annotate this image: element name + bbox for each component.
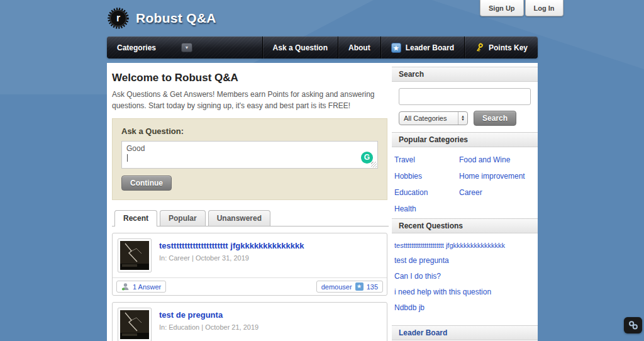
recent-questions-list: testtttttttttttttttttttt jfgkkkkkkkkkkkk… xyxy=(392,233,538,325)
category-link-travel[interactable]: Travel xyxy=(394,155,459,164)
category-link-health[interactable]: Health xyxy=(394,204,459,213)
user-chip[interactable]: demouser ★ 135 xyxy=(316,281,383,293)
welcome-text: Ask Questions & Get Answers! Members ear… xyxy=(112,89,387,111)
user-name: demouser xyxy=(321,283,352,291)
chevron-down-icon: ▼ xyxy=(185,45,189,50)
continue-button[interactable]: Continue xyxy=(121,176,172,191)
category-link-home-improvement[interactable]: Home improvement xyxy=(459,172,538,181)
nav-item-about[interactable]: About xyxy=(338,36,380,59)
star-badge-icon: ★ xyxy=(355,282,364,291)
select-arrows-icon: ▲▼ xyxy=(458,112,467,125)
textarea-resize-handle[interactable] xyxy=(371,162,377,167)
nav-item-leader-board[interactable]: ★ Leader Board xyxy=(380,36,464,59)
lightning-photo-icon xyxy=(120,310,149,339)
background-deco xyxy=(290,0,644,69)
question-input[interactable]: Good xyxy=(122,142,377,165)
content-panel: Welcome to Robust Q&A Ask Questions & Ge… xyxy=(107,63,538,341)
tab-recent[interactable]: Recent xyxy=(114,210,157,226)
question-card: test de pregunta In: Education | October… xyxy=(112,302,387,341)
popular-categories-list: Travel Food and Wine Hobbies Home improv… xyxy=(392,147,538,218)
nav-item-ask-question[interactable]: Ask a Question xyxy=(262,36,338,59)
site-header: r Robust Q&A xyxy=(107,0,216,36)
star-icon: ★ xyxy=(391,43,401,53)
site-title: Robust Q&A xyxy=(136,11,216,26)
category-link-food-and-wine[interactable]: Food and Wine xyxy=(459,155,538,164)
answers-chip[interactable]: 1 Answer xyxy=(116,281,166,293)
welcome-title: Welcome to Robust Q&A xyxy=(112,72,389,84)
question-card: testtttttttttttttttttttt jfgkkkkkkkkkkkk… xyxy=(112,233,387,296)
recent-question-link[interactable]: Can I do this? xyxy=(394,272,538,281)
nav-item-points-key[interactable]: Points Key xyxy=(464,36,538,59)
sign-up-button[interactable]: Sign Up xyxy=(480,0,524,16)
tab-popular[interactable]: Popular xyxy=(160,210,206,226)
recent-question-link[interactable]: Ndbdb jb xyxy=(394,303,538,312)
recent-question-link[interactable]: test de pregunta xyxy=(394,256,538,265)
category-link-education[interactable]: Education xyxy=(394,188,459,197)
ask-question-label: Ask a Question: xyxy=(121,126,378,136)
user-points: 135 xyxy=(367,283,378,291)
key-icon xyxy=(475,43,484,53)
link-button[interactable] xyxy=(624,317,642,333)
log-in-button[interactable]: Log In xyxy=(525,0,564,16)
chain-link-icon xyxy=(628,320,639,330)
answers-count-label: 1 Answer xyxy=(133,283,161,291)
ask-question-box: Ask a Question: Good G Continue xyxy=(112,118,387,200)
leader-board-header: Leader Board xyxy=(392,325,538,340)
question-meta: In: Education | October 21, 2019 xyxy=(159,323,258,331)
category-link-career[interactable]: Career xyxy=(459,188,538,197)
popular-categories-header: Popular Categories xyxy=(392,132,538,147)
category-select-value: All Categories xyxy=(404,115,447,122)
nav-item-categories[interactable]: Categories xyxy=(107,43,156,52)
search-section-header: Search xyxy=(392,67,538,82)
category-select[interactable]: All Categories ▲▼ xyxy=(399,111,468,125)
question-thumbnail[interactable] xyxy=(118,308,152,341)
main-nav: Categories ▼ Ask a Question About ★ Lead… xyxy=(107,36,538,59)
recent-questions-header: Recent Questions xyxy=(392,218,538,233)
sidebar: Search All Categories ▲▼ Search Popular … xyxy=(392,63,538,341)
question-thumbnail[interactable] xyxy=(118,238,152,272)
question-title[interactable]: testtttttttttttttttttttt jfgkkkkkkkkkkkk… xyxy=(159,241,304,250)
nav-leader-board-label: Leader Board xyxy=(406,43,454,52)
search-button[interactable]: Search xyxy=(474,111,516,126)
question-title[interactable]: test de pregunta xyxy=(159,310,258,320)
main-column: Welcome to Robust Q&A Ask Questions & Ge… xyxy=(107,63,392,341)
lightning-photo-icon xyxy=(120,241,149,270)
person-icon xyxy=(121,282,130,291)
question-meta: In: Career | October 31, 2019 xyxy=(159,254,304,262)
search-input[interactable] xyxy=(399,88,531,105)
question-tabs: Recent Popular Unanswered xyxy=(112,210,389,226)
logo-letter: r xyxy=(107,7,130,30)
category-link-hobbies[interactable]: Hobbies xyxy=(394,172,459,181)
text-cursor xyxy=(127,154,128,162)
recent-question-link[interactable]: i need help with this question xyxy=(394,288,538,296)
site-logo[interactable]: r xyxy=(107,7,130,30)
nav-points-key-label: Points Key xyxy=(489,43,528,52)
tab-unanswered[interactable]: Unanswered xyxy=(208,210,270,226)
auth-buttons: Sign Up Log In xyxy=(480,0,564,16)
recent-question-link[interactable]: testtttttttttttttttttttt jfgkkkkkkkkkkkk… xyxy=(394,242,538,249)
categories-dropdown-button[interactable]: ▼ xyxy=(181,43,192,52)
